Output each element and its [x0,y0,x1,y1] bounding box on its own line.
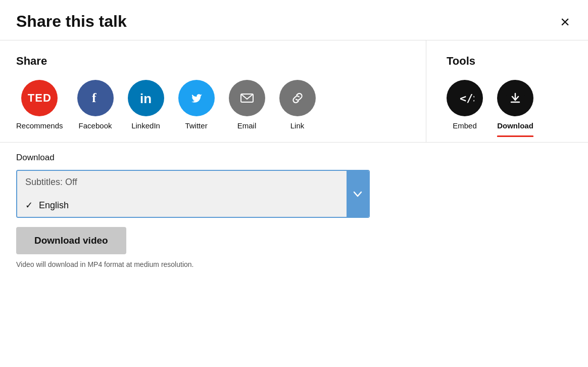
email-icon [229,80,265,116]
subtitle-dropdown-wrapper: Subtitles: Off ✓ English [16,170,572,218]
share-item-email[interactable]: Email [229,80,265,130]
download-video-button[interactable]: Download video [16,227,126,254]
share-item-facebook[interactable]: f Facebook [77,80,114,130]
facebook-icon: f [77,80,114,116]
linkedin-icon: in [128,80,164,116]
link-icon [279,80,316,116]
share-item-ted-label: Recommends [16,121,63,130]
tool-item-download[interactable]: Download [497,80,533,130]
tool-item-download-label: Download [497,121,533,130]
tools-section: Tools </> Embed [426,40,588,142]
tool-item-embed-label: Embed [453,121,477,130]
subtitle-option-english: ✓ English [17,194,369,217]
download-note: Video will download in MP4 format at med… [16,260,572,268]
modal-body: Share TED Recommends f [0,40,588,142]
modal-title: Share this talk [16,12,127,31]
svg-text:in: in [140,91,152,106]
share-item-linkedin[interactable]: in LinkedIn [128,80,164,130]
subtitle-option-off: Subtitles: Off [17,171,369,194]
svg-text:</>: </> [460,92,474,105]
embed-icon: </> [447,80,483,116]
share-item-twitter[interactable]: Twitter [178,80,215,130]
share-item-linkedin-label: LinkedIn [131,121,160,130]
dropdown-arrow-icon[interactable] [347,171,369,217]
twitter-icon [178,80,215,116]
close-button[interactable]: × [558,14,572,30]
share-item-facebook-label: Facebook [79,121,112,130]
share-modal: Share this talk × Share TED Recommends [0,0,588,367]
tools-icons-row: </> Embed Download [447,80,568,130]
share-item-twitter-label: Twitter [185,121,207,130]
download-section: Download Subtitles: Off ✓ English Downlo… [0,143,588,283]
share-heading: Share [16,55,410,68]
share-item-link-label: Link [290,121,305,130]
active-indicator [497,135,533,137]
share-item-email-label: Email [237,121,257,130]
modal-header: Share this talk × [0,0,588,40]
ted-recommends-icon: TED [21,80,58,116]
subtitle-dropdown[interactable]: Subtitles: Off ✓ English [16,170,370,218]
download-section-heading: Download [16,153,572,163]
tools-heading: Tools [447,55,568,68]
tool-item-embed[interactable]: </> Embed [447,80,483,130]
download-tool-icon [497,80,533,116]
share-item-ted-recommends[interactable]: TED Recommends [16,80,63,130]
svg-text:f: f [92,90,96,105]
share-item-link[interactable]: Link [279,80,316,130]
share-section: Share TED Recommends f [0,40,426,142]
share-icons-row: TED Recommends f Facebook [16,80,410,130]
